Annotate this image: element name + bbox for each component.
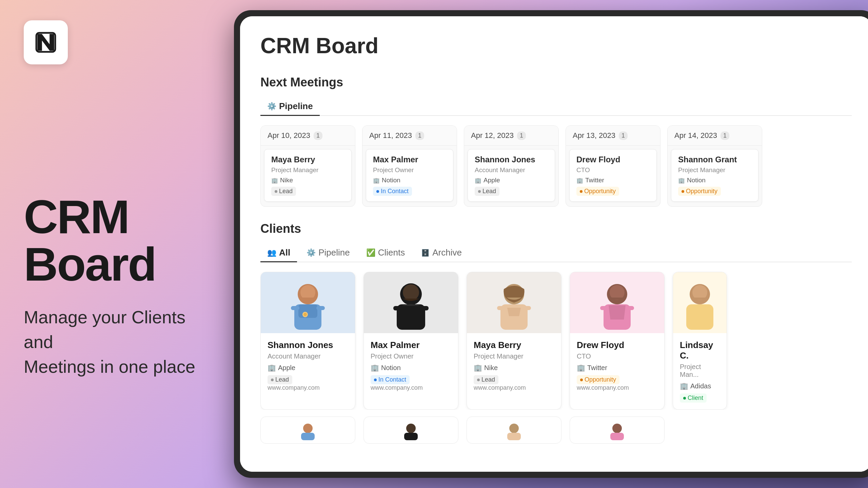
client-status-dot-lindsay bbox=[683, 397, 686, 400]
client-status-shannonjones: Lead bbox=[268, 375, 292, 384]
status-label-drew: Opportunity bbox=[584, 188, 616, 195]
svg-rect-29 bbox=[301, 433, 315, 440]
client-card-body-shannonjones: Shannon Jones Account Manager 🏢 Apple Le… bbox=[261, 333, 355, 398]
status-dot-maya bbox=[275, 190, 277, 193]
status-dot-drew bbox=[580, 190, 583, 193]
client-card-body-maxpalmer: Max Palmer Project Owner 🏢 Notion In Con… bbox=[364, 333, 458, 398]
left-panel: CRM Board Manage your Clients andMeeting… bbox=[0, 0, 224, 488]
svg-point-9 bbox=[303, 313, 307, 316]
add-new-apr14[interactable]: + New bbox=[668, 205, 762, 207]
svg-point-28 bbox=[303, 424, 313, 433]
status-badge-sgrant: Opportunity bbox=[678, 187, 721, 196]
client-card-small-3[interactable] bbox=[467, 416, 561, 444]
tab-all[interactable]: 👥 All bbox=[260, 244, 297, 262]
client-card-mayaberry[interactable]: Maya Berry Project Manager 🏢 Nike Lead w… bbox=[467, 272, 561, 410]
card-role-sgrant: Project Manager bbox=[678, 166, 751, 174]
company-name-client-max: Notion bbox=[381, 364, 401, 372]
client-status-dot-shannonjones bbox=[271, 379, 274, 381]
client-company-maxpalmer: 🏢 Notion bbox=[371, 364, 451, 372]
col-date-apr11: Apr 11, 2023 bbox=[369, 131, 412, 140]
client-card-small-1[interactable] bbox=[260, 416, 355, 444]
tab-pipeline-clients-label: Pipeline bbox=[318, 247, 350, 258]
tab-clients[interactable]: ✅ Clients bbox=[359, 244, 412, 262]
card-company-sgrant: 🏢 Notion bbox=[678, 177, 751, 184]
card-company-max: 🏢 Notion bbox=[373, 177, 446, 184]
col-count-apr10: 1 bbox=[314, 131, 322, 140]
client-company-shannonjones: 🏢 Apple bbox=[268, 364, 348, 372]
svg-rect-26 bbox=[686, 304, 713, 330]
company-icon-drew: 🏢 bbox=[576, 177, 583, 184]
client-avatar-mayaberry bbox=[467, 272, 561, 333]
card-company-maya: 🏢 Nike bbox=[271, 177, 344, 184]
client-card-maxpalmer[interactable]: Max Palmer Project Owner 🏢 Notion In Con… bbox=[363, 272, 458, 410]
client-company-lindsay: 🏢 Adidas bbox=[680, 382, 720, 390]
company-name-client-lindsay: Adidas bbox=[690, 382, 711, 390]
tablet-device: CRM Board Next Meetings ⚙️ Pipeline Apr … bbox=[234, 10, 868, 478]
company-icon-client-shannon: 🏢 bbox=[268, 364, 276, 372]
client-card-body-lindsay: Lindsay C. Project Man... 🏢 Adidas Clien… bbox=[673, 333, 727, 409]
client-status-label-maxpalmer: In Contact bbox=[378, 376, 406, 383]
kanban-card-drew[interactable]: Drew Floyd CTO 🏢 Twitter Opportunity bbox=[569, 149, 657, 202]
col-count-apr11: 1 bbox=[415, 131, 424, 140]
client-avatar-maxpalmer bbox=[364, 272, 458, 333]
clients-tab-bar: 👥 All ⚙️ Pipeline ✅ Clients 🗄️ Archive bbox=[260, 244, 852, 262]
card-role-max: Project Owner bbox=[373, 166, 446, 174]
clients-grid: Shannon Jones Account Manager 🏢 Apple Le… bbox=[260, 272, 852, 410]
kanban-col-apr10: Apr 10, 2023 1 Maya Berry Project Manage… bbox=[260, 125, 355, 207]
client-card-drewfloyd[interactable]: Drew Floyd CTO 🏢 Twitter Opportunity www… bbox=[570, 272, 665, 410]
client-role-lindsay: Project Man... bbox=[680, 363, 720, 379]
client-status-label-lindsay: Client bbox=[688, 394, 703, 402]
status-label-shannon: Lead bbox=[482, 188, 496, 195]
clients-section-title: Clients bbox=[260, 222, 852, 236]
client-status-drewfloyd: Opportunity bbox=[577, 375, 619, 384]
kanban-board: Apr 10, 2023 1 Maya Berry Project Manage… bbox=[260, 125, 852, 207]
company-icon-shannon: 🏢 bbox=[475, 177, 481, 184]
left-title: CRM Board bbox=[24, 193, 200, 288]
svg-rect-6 bbox=[291, 306, 299, 310]
client-card-lindsay[interactable]: Lindsay C. Project Man... 🏢 Adidas Clien… bbox=[673, 272, 727, 410]
svg-rect-24 bbox=[626, 306, 634, 310]
pipeline-clients-icon: ⚙️ bbox=[307, 248, 316, 257]
left-subtitle: Manage your Clients andMeetings in one p… bbox=[24, 305, 200, 379]
client-status-dot-mayaberry bbox=[477, 379, 480, 381]
client-status-mayaberry: Lead bbox=[474, 375, 498, 384]
kanban-card-max[interactable]: Max Palmer Project Owner 🏢 Notion In Con… bbox=[366, 149, 453, 202]
tab-pipeline[interactable]: ⚙️ Pipeline bbox=[300, 244, 357, 262]
card-name-drew: Drew Floyd bbox=[576, 155, 650, 164]
client-status-lindsay: Client bbox=[680, 393, 707, 403]
add-new-apr11[interactable]: + New bbox=[362, 205, 457, 207]
kanban-card-sgrant[interactable]: Shannon Grant Project Manager 🏢 Notion O… bbox=[671, 149, 758, 202]
status-label-max: In Contact bbox=[381, 188, 409, 195]
company-icon-client-drew: 🏢 bbox=[577, 364, 585, 372]
client-website-mayaberry: www.company.com bbox=[474, 384, 554, 391]
col-header-apr12: Apr 12, 2023 1 bbox=[464, 126, 558, 146]
client-card-small-2[interactable] bbox=[363, 416, 458, 444]
clients-icon: ✅ bbox=[366, 248, 375, 257]
kanban-card-maya[interactable]: Maya Berry Project Manager 🏢 Nike Lead bbox=[264, 149, 352, 202]
svg-rect-19 bbox=[522, 306, 531, 310]
crm-content: CRM Board Next Meetings ⚙️ Pipeline Apr … bbox=[240, 16, 868, 472]
status-dot-shannon bbox=[478, 190, 481, 193]
client-card-small-4[interactable] bbox=[570, 416, 665, 444]
card-name-maya: Maya Berry bbox=[271, 155, 344, 164]
company-icon-client-lindsay: 🏢 bbox=[680, 382, 688, 390]
add-new-apr13[interactable]: + New bbox=[566, 205, 660, 207]
page-title: CRM Board bbox=[260, 33, 852, 58]
notion-logo bbox=[24, 20, 68, 64]
add-new-apr10[interactable]: + New bbox=[261, 205, 355, 207]
col-header-apr10: Apr 10, 2023 1 bbox=[261, 126, 355, 146]
add-new-apr12[interactable]: + New bbox=[464, 205, 558, 207]
col-header-apr11: Apr 11, 2023 1 bbox=[362, 126, 457, 146]
tab-archive[interactable]: 🗄️ Archive bbox=[414, 244, 469, 262]
kanban-card-shannon[interactable]: Shannon Jones Account Manager 🏢 Apple Le… bbox=[468, 149, 555, 202]
company-icon-sgrant: 🏢 bbox=[678, 177, 685, 184]
meetings-section-title: Next Meetings bbox=[260, 75, 852, 89]
svg-point-30 bbox=[406, 424, 416, 433]
client-status-dot-drewfloyd bbox=[580, 379, 583, 381]
client-status-label-mayaberry: Lead bbox=[481, 376, 495, 383]
client-name-shannonjones: Shannon Jones bbox=[268, 340, 348, 350]
tab-pipeline[interactable]: ⚙️ Pipeline bbox=[260, 98, 320, 116]
client-status-dot-maxpalmer bbox=[374, 379, 377, 381]
client-card-shannonjones[interactable]: Shannon Jones Account Manager 🏢 Apple Le… bbox=[260, 272, 355, 410]
col-date-apr12: Apr 12, 2023 bbox=[471, 131, 514, 140]
